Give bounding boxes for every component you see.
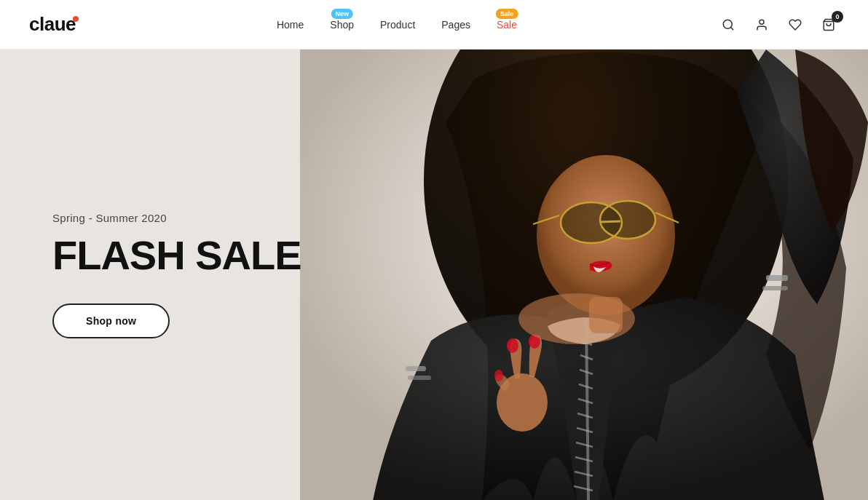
svg-rect-8 — [762, 286, 788, 290]
site-header: claue Home New Shop Product Pages Sale S… — [0, 0, 868, 49]
hero-content: Spring - Summer 2020 FLASH SALE Shop now — [52, 212, 301, 338]
svg-rect-10 — [408, 376, 431, 380]
nav-label-home: Home — [277, 19, 304, 31]
cart-count: 0 — [832, 11, 843, 23]
nav-item-pages[interactable]: Pages — [441, 16, 470, 33]
hero-image — [300, 49, 868, 500]
svg-rect-7 — [766, 275, 788, 281]
logo-dot-icon — [73, 16, 79, 22]
search-button[interactable] — [718, 15, 738, 35]
nav-item-shop[interactable]: New Shop — [330, 16, 354, 33]
nav-item-product[interactable]: Product — [380, 16, 415, 33]
main-nav: Home New Shop Product Pages Sale Sale — [277, 16, 517, 33]
shop-now-button[interactable]: Shop now — [52, 303, 170, 338]
nav-item-home[interactable]: Home — [277, 16, 304, 33]
badge-sale: Sale — [496, 9, 518, 19]
nav-item-sale[interactable]: Sale Sale — [497, 16, 517, 33]
hero-section: Spring - Summer 2020 FLASH SALE Shop now — [0, 49, 868, 500]
nav-label-product: Product — [380, 19, 415, 31]
site-logo[interactable]: claue — [29, 13, 76, 36]
account-button[interactable] — [751, 15, 772, 35]
badge-new: New — [331, 9, 353, 19]
svg-point-21 — [507, 338, 518, 353]
nav-label-pages: Pages — [441, 19, 470, 31]
nav-label-shop: Shop — [330, 19, 354, 31]
nav-label-sale: Sale — [497, 19, 517, 31]
svg-point-24 — [518, 293, 635, 344]
wishlist-button[interactable] — [785, 15, 805, 35]
logo-text: claue — [29, 13, 76, 36]
header-icons: 0 — [718, 15, 839, 35]
svg-line-1 — [730, 27, 733, 29]
search-icon — [722, 18, 735, 31]
model-illustration — [300, 49, 868, 500]
svg-rect-9 — [406, 366, 426, 371]
svg-point-2 — [760, 20, 764, 24]
svg-point-23 — [494, 370, 503, 381]
cart-button[interactable]: 0 — [818, 15, 839, 35]
hero-title: FLASH SALE — [52, 234, 301, 277]
hero-subtitle: Spring - Summer 2020 — [52, 212, 301, 224]
svg-line-15 — [600, 221, 620, 222]
account-icon — [755, 18, 768, 31]
heart-icon — [789, 18, 802, 31]
